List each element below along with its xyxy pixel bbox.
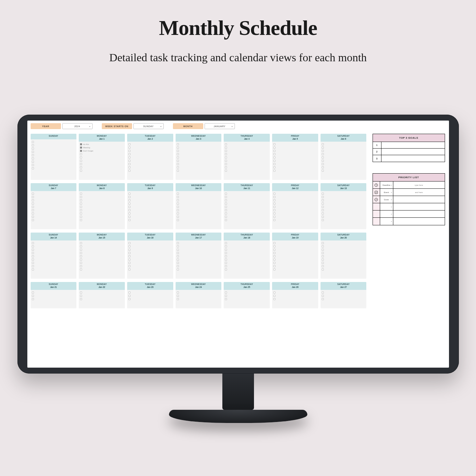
task-checkbox[interactable]: [273, 259, 275, 261]
task-line[interactable]: [32, 199, 75, 202]
task-line[interactable]: [32, 297, 75, 301]
task-checkbox[interactable]: [322, 193, 324, 195]
task-line[interactable]: [80, 245, 124, 248]
task-checkbox[interactable]: [322, 259, 324, 261]
task-checkbox[interactable]: [80, 255, 82, 257]
task-checkbox[interactable]: [80, 199, 82, 201]
task-checkbox[interactable]: [177, 298, 179, 300]
priority-type-select[interactable]: [380, 210, 393, 217]
task-line[interactable]: [225, 192, 268, 195]
task-line[interactable]: [225, 199, 268, 202]
task-checkbox[interactable]: [225, 216, 227, 218]
task-checkbox[interactable]: [32, 157, 34, 159]
task-checkbox[interactable]: [32, 265, 34, 267]
task-line[interactable]: [273, 156, 317, 159]
task-checkbox[interactable]: [322, 265, 324, 267]
task-line[interactable]: [273, 159, 317, 162]
task-checkbox[interactable]: [128, 199, 130, 201]
task-checkbox[interactable]: [273, 298, 275, 300]
task-checkbox[interactable]: [177, 212, 179, 214]
task-checkbox[interactable]: [177, 265, 179, 267]
task-checkbox[interactable]: [80, 203, 82, 205]
priority-text[interactable]: [393, 218, 445, 225]
task-line[interactable]: [273, 291, 317, 294]
task-line[interactable]: [273, 248, 317, 251]
task-line[interactable]: [322, 192, 365, 195]
task-line[interactable]: [273, 143, 317, 146]
task-checkbox[interactable]: [80, 160, 82, 162]
task-line[interactable]: [32, 251, 75, 255]
task-line[interactable]: [273, 192, 317, 195]
task-line[interactable]: [32, 212, 75, 215]
task-line[interactable]: Meeting: [80, 146, 124, 149]
task-line[interactable]: [322, 218, 365, 222]
task-line[interactable]: [322, 245, 365, 248]
task-line[interactable]: [32, 167, 75, 170]
task-checkbox[interactable]: [80, 295, 82, 297]
task-line[interactable]: [128, 205, 172, 209]
task-checkbox[interactable]: [32, 196, 34, 198]
task-line[interactable]: [128, 199, 172, 202]
task-checkbox[interactable]: [225, 295, 227, 297]
task-checkbox[interactable]: [322, 252, 324, 254]
priority-type-select[interactable]: [380, 218, 393, 225]
day-cell[interactable]: SATURDAYJan 20: [321, 233, 367, 279]
task-line[interactable]: [273, 209, 317, 212]
day-cell[interactable]: SUNDAYJan 14: [31, 233, 77, 279]
task-line[interactable]: [80, 255, 124, 258]
task-checkbox[interactable]: [225, 147, 227, 149]
task-checkbox[interactable]: [322, 268, 324, 270]
day-cell[interactable]: TUESDAYJan 2: [127, 134, 173, 180]
task-checkbox[interactable]: [273, 292, 275, 294]
task-line[interactable]: [273, 153, 317, 156]
task-checkbox[interactable]: [273, 265, 275, 267]
task-checkbox[interactable]: [128, 245, 130, 247]
task-checkbox[interactable]: [128, 170, 130, 172]
task-checkbox[interactable]: [273, 193, 275, 195]
task-line[interactable]: do this: [80, 143, 124, 146]
task-checkbox[interactable]: [32, 252, 34, 254]
task-line[interactable]: [32, 150, 75, 154]
day-cell[interactable]: SUNDAYJan 7: [31, 183, 77, 229]
task-checkbox[interactable]: [80, 252, 82, 254]
task-line[interactable]: [322, 251, 365, 255]
task-checkbox[interactable]: [273, 199, 275, 201]
task-checkbox[interactable]: [225, 298, 227, 300]
task-line[interactable]: [128, 251, 172, 255]
task-checkbox[interactable]: [322, 199, 324, 201]
task-line[interactable]: [80, 294, 124, 297]
task-checkbox[interactable]: [128, 156, 130, 158]
task-checkbox[interactable]: [322, 209, 324, 211]
task-line[interactable]: [32, 215, 75, 218]
task-checkbox[interactable]: [273, 156, 275, 158]
task-line[interactable]: [273, 268, 317, 271]
task-line[interactable]: [32, 140, 75, 144]
day-cell[interactable]: MONDAYJan 22: [79, 282, 125, 308]
task-line[interactable]: [80, 212, 124, 215]
goal-value[interactable]: [381, 149, 445, 155]
task-line[interactable]: [32, 258, 75, 261]
priority-type-select[interactable]: [380, 203, 393, 210]
task-line[interactable]: [128, 265, 172, 268]
task-line[interactable]: [322, 153, 365, 156]
task-checkbox[interactable]: [322, 216, 324, 218]
task-line[interactable]: [225, 162, 268, 166]
task-checkbox[interactable]: [273, 206, 275, 208]
task-checkbox[interactable]: [80, 150, 82, 152]
task-checkbox[interactable]: [322, 203, 324, 205]
task-checkbox[interactable]: [322, 196, 324, 198]
task-checkbox[interactable]: [32, 216, 34, 218]
task-line[interactable]: [177, 192, 220, 195]
task-line[interactable]: [177, 251, 220, 255]
task-checkbox[interactable]: [128, 193, 130, 195]
task-line[interactable]: Don't forget: [80, 149, 124, 153]
task-checkbox[interactable]: [177, 166, 179, 168]
task-line[interactable]: [128, 294, 172, 297]
task-line[interactable]: [225, 146, 268, 149]
task-line[interactable]: [322, 202, 365, 205]
priority-text[interactable]: type here: [393, 182, 445, 188]
day-cell[interactable]: SATURDAYJan 6: [321, 134, 367, 180]
task-checkbox[interactable]: [225, 262, 227, 264]
task-line[interactable]: [177, 258, 220, 261]
day-cell[interactable]: SUNDAY: [31, 134, 77, 180]
